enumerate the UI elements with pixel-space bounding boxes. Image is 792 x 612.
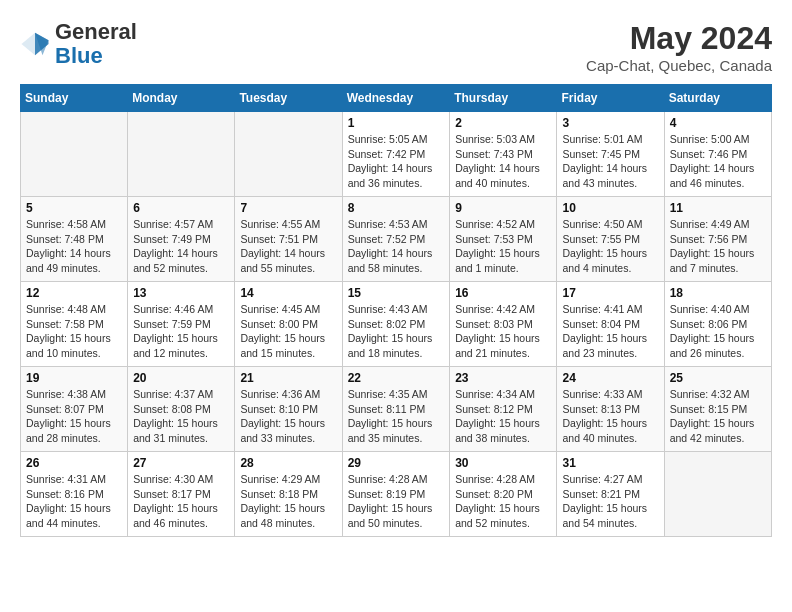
day-info: Sunrise: 4:29 AMSunset: 8:18 PMDaylight:… (240, 472, 336, 531)
calendar-cell: 22Sunrise: 4:35 AMSunset: 8:11 PMDayligh… (342, 367, 450, 452)
day-info: Sunrise: 4:57 AMSunset: 7:49 PMDaylight:… (133, 217, 229, 276)
day-number: 20 (133, 371, 229, 385)
day-info: Sunrise: 4:32 AMSunset: 8:15 PMDaylight:… (670, 387, 766, 446)
calendar-cell: 9Sunrise: 4:52 AMSunset: 7:53 PMDaylight… (450, 197, 557, 282)
calendar-cell: 10Sunrise: 4:50 AMSunset: 7:55 PMDayligh… (557, 197, 664, 282)
calendar-cell: 2Sunrise: 5:03 AMSunset: 7:43 PMDaylight… (450, 112, 557, 197)
day-info: Sunrise: 4:31 AMSunset: 8:16 PMDaylight:… (26, 472, 122, 531)
day-number: 1 (348, 116, 445, 130)
day-number: 25 (670, 371, 766, 385)
day-info: Sunrise: 4:55 AMSunset: 7:51 PMDaylight:… (240, 217, 336, 276)
calendar-body: 1Sunrise: 5:05 AMSunset: 7:42 PMDaylight… (21, 112, 772, 537)
calendar-cell: 31Sunrise: 4:27 AMSunset: 8:21 PMDayligh… (557, 452, 664, 537)
day-number: 30 (455, 456, 551, 470)
weekday-header-tuesday: Tuesday (235, 85, 342, 112)
location-subtitle: Cap-Chat, Quebec, Canada (586, 57, 772, 74)
calendar-cell: 11Sunrise: 4:49 AMSunset: 7:56 PMDayligh… (664, 197, 771, 282)
day-number: 11 (670, 201, 766, 215)
day-number: 8 (348, 201, 445, 215)
day-info: Sunrise: 4:34 AMSunset: 8:12 PMDaylight:… (455, 387, 551, 446)
calendar-week-3: 12Sunrise: 4:48 AMSunset: 7:58 PMDayligh… (21, 282, 772, 367)
day-number: 22 (348, 371, 445, 385)
day-info: Sunrise: 4:58 AMSunset: 7:48 PMDaylight:… (26, 217, 122, 276)
calendar-cell: 1Sunrise: 5:05 AMSunset: 7:42 PMDaylight… (342, 112, 450, 197)
day-info: Sunrise: 4:42 AMSunset: 8:03 PMDaylight:… (455, 302, 551, 361)
calendar-cell: 18Sunrise: 4:40 AMSunset: 8:06 PMDayligh… (664, 282, 771, 367)
weekday-header-wednesday: Wednesday (342, 85, 450, 112)
calendar-cell: 23Sunrise: 4:34 AMSunset: 8:12 PMDayligh… (450, 367, 557, 452)
weekday-header-sunday: Sunday (21, 85, 128, 112)
calendar-cell: 15Sunrise: 4:43 AMSunset: 8:02 PMDayligh… (342, 282, 450, 367)
calendar-cell: 27Sunrise: 4:30 AMSunset: 8:17 PMDayligh… (128, 452, 235, 537)
day-number: 6 (133, 201, 229, 215)
weekday-header-friday: Friday (557, 85, 664, 112)
day-info: Sunrise: 4:48 AMSunset: 7:58 PMDaylight:… (26, 302, 122, 361)
logo-general: General (55, 19, 137, 44)
day-number: 23 (455, 371, 551, 385)
logo-text: General Blue (55, 20, 137, 68)
day-number: 9 (455, 201, 551, 215)
day-info: Sunrise: 4:28 AMSunset: 8:19 PMDaylight:… (348, 472, 445, 531)
day-number: 27 (133, 456, 229, 470)
calendar-week-1: 1Sunrise: 5:05 AMSunset: 7:42 PMDaylight… (21, 112, 772, 197)
day-number: 10 (562, 201, 658, 215)
day-info: Sunrise: 4:45 AMSunset: 8:00 PMDaylight:… (240, 302, 336, 361)
calendar-cell (128, 112, 235, 197)
day-info: Sunrise: 4:33 AMSunset: 8:13 PMDaylight:… (562, 387, 658, 446)
calendar-cell: 30Sunrise: 4:28 AMSunset: 8:20 PMDayligh… (450, 452, 557, 537)
calendar-table: SundayMondayTuesdayWednesdayThursdayFrid… (20, 84, 772, 537)
day-info: Sunrise: 4:43 AMSunset: 8:02 PMDaylight:… (348, 302, 445, 361)
day-info: Sunrise: 4:36 AMSunset: 8:10 PMDaylight:… (240, 387, 336, 446)
logo-blue: Blue (55, 43, 103, 68)
day-number: 15 (348, 286, 445, 300)
day-info: Sunrise: 5:01 AMSunset: 7:45 PMDaylight:… (562, 132, 658, 191)
calendar-week-5: 26Sunrise: 4:31 AMSunset: 8:16 PMDayligh… (21, 452, 772, 537)
day-number: 7 (240, 201, 336, 215)
day-info: Sunrise: 5:00 AMSunset: 7:46 PMDaylight:… (670, 132, 766, 191)
day-info: Sunrise: 4:27 AMSunset: 8:21 PMDaylight:… (562, 472, 658, 531)
day-info: Sunrise: 4:41 AMSunset: 8:04 PMDaylight:… (562, 302, 658, 361)
weekday-header-monday: Monday (128, 85, 235, 112)
calendar-week-4: 19Sunrise: 4:38 AMSunset: 8:07 PMDayligh… (21, 367, 772, 452)
calendar-cell: 13Sunrise: 4:46 AMSunset: 7:59 PMDayligh… (128, 282, 235, 367)
calendar-cell: 8Sunrise: 4:53 AMSunset: 7:52 PMDaylight… (342, 197, 450, 282)
calendar-week-2: 5Sunrise: 4:58 AMSunset: 7:48 PMDaylight… (21, 197, 772, 282)
day-number: 18 (670, 286, 766, 300)
day-info: Sunrise: 4:30 AMSunset: 8:17 PMDaylight:… (133, 472, 229, 531)
calendar-cell (21, 112, 128, 197)
day-info: Sunrise: 4:40 AMSunset: 8:06 PMDaylight:… (670, 302, 766, 361)
day-number: 3 (562, 116, 658, 130)
day-info: Sunrise: 4:37 AMSunset: 8:08 PMDaylight:… (133, 387, 229, 446)
day-number: 14 (240, 286, 336, 300)
weekday-header-thursday: Thursday (450, 85, 557, 112)
day-number: 5 (26, 201, 122, 215)
calendar-cell: 14Sunrise: 4:45 AMSunset: 8:00 PMDayligh… (235, 282, 342, 367)
calendar-cell: 20Sunrise: 4:37 AMSunset: 8:08 PMDayligh… (128, 367, 235, 452)
logo-icon (20, 29, 50, 59)
day-number: 17 (562, 286, 658, 300)
day-number: 26 (26, 456, 122, 470)
page-header: General Blue May 2024 Cap-Chat, Quebec, … (20, 20, 772, 74)
month-year-title: May 2024 (586, 20, 772, 57)
weekday-header-row: SundayMondayTuesdayWednesdayThursdayFrid… (21, 85, 772, 112)
calendar-cell: 4Sunrise: 5:00 AMSunset: 7:46 PMDaylight… (664, 112, 771, 197)
weekday-header-saturday: Saturday (664, 85, 771, 112)
day-info: Sunrise: 4:50 AMSunset: 7:55 PMDaylight:… (562, 217, 658, 276)
calendar-cell: 5Sunrise: 4:58 AMSunset: 7:48 PMDaylight… (21, 197, 128, 282)
calendar-cell: 26Sunrise: 4:31 AMSunset: 8:16 PMDayligh… (21, 452, 128, 537)
day-info: Sunrise: 4:35 AMSunset: 8:11 PMDaylight:… (348, 387, 445, 446)
day-info: Sunrise: 5:05 AMSunset: 7:42 PMDaylight:… (348, 132, 445, 191)
day-number: 31 (562, 456, 658, 470)
calendar-cell: 24Sunrise: 4:33 AMSunset: 8:13 PMDayligh… (557, 367, 664, 452)
day-number: 2 (455, 116, 551, 130)
calendar-cell: 6Sunrise: 4:57 AMSunset: 7:49 PMDaylight… (128, 197, 235, 282)
calendar-cell: 7Sunrise: 4:55 AMSunset: 7:51 PMDaylight… (235, 197, 342, 282)
day-number: 13 (133, 286, 229, 300)
day-info: Sunrise: 4:46 AMSunset: 7:59 PMDaylight:… (133, 302, 229, 361)
day-number: 16 (455, 286, 551, 300)
day-number: 24 (562, 371, 658, 385)
calendar-cell: 3Sunrise: 5:01 AMSunset: 7:45 PMDaylight… (557, 112, 664, 197)
calendar-cell: 29Sunrise: 4:28 AMSunset: 8:19 PMDayligh… (342, 452, 450, 537)
day-number: 29 (348, 456, 445, 470)
calendar-cell: 16Sunrise: 4:42 AMSunset: 8:03 PMDayligh… (450, 282, 557, 367)
